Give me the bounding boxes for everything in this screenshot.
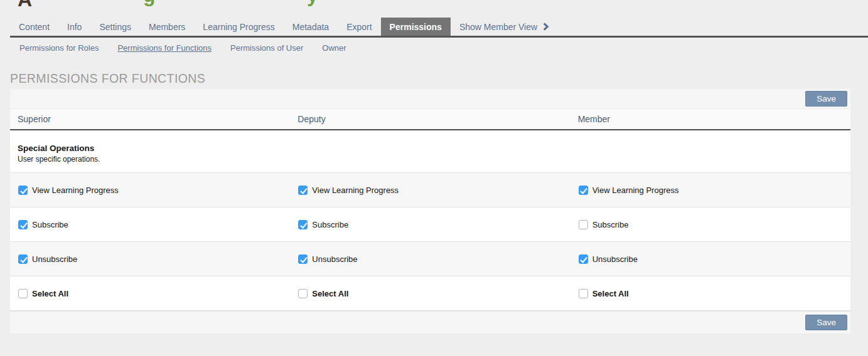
- permission-cell: View Learning Progress: [10, 186, 290, 195]
- tab-settings[interactable]: Settings: [90, 18, 140, 36]
- permission-label[interactable]: Unsubscribe: [312, 254, 357, 264]
- permission-cell: View Learning Progress: [290, 186, 570, 195]
- tab-members[interactable]: Members: [140, 18, 194, 36]
- column-header-member: Member: [571, 114, 850, 124]
- section-description: User specific operations.: [18, 155, 843, 164]
- permission-label[interactable]: Subscribe: [592, 220, 629, 229]
- table-header-row: Superior Deputy Member: [10, 109, 850, 130]
- checkbox-unsubscribe-deputy[interactable]: [298, 254, 308, 264]
- checkbox-view-learning-progress-superior[interactable]: [18, 186, 28, 195]
- table-row: Subscribe Subscribe Subscribe: [10, 207, 850, 242]
- table-row: Select All Select All Select All: [10, 276, 850, 311]
- permission-cell: Unsubscribe: [10, 254, 290, 264]
- tab-learning-progress[interactable]: Learning Progress: [194, 18, 283, 36]
- subtab-permissions-of-user[interactable]: Permissions of User: [221, 43, 313, 53]
- select-all-label[interactable]: Select All: [592, 289, 629, 298]
- checkbox-select-all-superior[interactable]: [18, 289, 28, 298]
- tab-info[interactable]: Info: [58, 18, 90, 36]
- main-tab-bar: Content Info Settings Members Learning P…: [10, 18, 868, 38]
- permission-label[interactable]: Unsubscribe: [32, 254, 77, 264]
- tab-show-member-view[interactable]: Show Member View: [451, 18, 559, 36]
- tab-content[interactable]: Content: [10, 18, 58, 36]
- permission-cell: Subscribe: [290, 220, 570, 229]
- column-header-superior: Superior: [10, 114, 290, 124]
- checkbox-view-learning-progress-member[interactable]: [579, 186, 588, 195]
- permission-label[interactable]: Subscribe: [32, 220, 68, 229]
- save-button-bottom[interactable]: Save: [805, 315, 847, 330]
- tab-metadata[interactable]: Metadata: [284, 18, 338, 36]
- chevron-right-icon: [542, 23, 550, 31]
- permissions-table: Save Superior Deputy Member Special Oper…: [10, 89, 850, 333]
- subtab-permissions-for-roles[interactable]: Permissions for Roles: [10, 43, 108, 53]
- column-header-deputy: Deputy: [290, 114, 570, 124]
- checkbox-subscribe-superior[interactable]: [18, 220, 28, 229]
- checkbox-select-all-deputy[interactable]: [298, 289, 308, 298]
- heading-fragment: g: [143, 0, 156, 5]
- sub-tab-bar: Permissions for Roles Permissions for Fu…: [10, 38, 868, 58]
- checkbox-subscribe-deputy[interactable]: [298, 220, 308, 229]
- checkbox-select-all-member[interactable]: [579, 289, 588, 298]
- bottom-toolbar: Save: [10, 311, 850, 333]
- select-all-label[interactable]: Select All: [312, 289, 348, 298]
- subtab-permissions-for-functions[interactable]: Permissions for Functions: [108, 43, 221, 53]
- page-title: PERMISSIONS FOR FUNCTIONS: [10, 71, 868, 86]
- table-row: Unsubscribe Unsubscribe Unsubscribe: [10, 242, 850, 276]
- permission-cell: View Learning Progress: [571, 186, 850, 195]
- tab-export[interactable]: Export: [338, 18, 380, 36]
- permission-cell: Select All: [290, 289, 570, 298]
- section-header-row: Special Operations User specific operati…: [10, 130, 850, 173]
- select-all-label[interactable]: Select All: [32, 289, 68, 298]
- checkbox-view-learning-progress-deputy[interactable]: [298, 186, 308, 195]
- permission-cell: Subscribe: [10, 220, 290, 229]
- tab-show-member-view-label: Show Member View: [459, 22, 537, 32]
- clipped-page-heading: A g y: [0, 0, 868, 18]
- permission-label[interactable]: View Learning Progress: [32, 186, 119, 195]
- permission-cell: Select All: [10, 289, 290, 298]
- section-title: Special Operations: [18, 144, 843, 153]
- save-button-top[interactable]: Save: [805, 91, 847, 107]
- subtab-owner[interactable]: Owner: [313, 43, 355, 53]
- permission-label[interactable]: Unsubscribe: [592, 254, 638, 264]
- permission-label[interactable]: View Learning Progress: [592, 186, 679, 195]
- permission-cell: Unsubscribe: [571, 254, 850, 264]
- tab-permissions[interactable]: Permissions: [381, 18, 451, 36]
- checkbox-subscribe-member[interactable]: [579, 220, 588, 229]
- checkbox-unsubscribe-member[interactable]: [579, 254, 588, 264]
- checkbox-unsubscribe-superior[interactable]: [18, 254, 28, 264]
- permission-cell: Unsubscribe: [290, 254, 570, 264]
- permission-cell: Select All: [571, 289, 850, 298]
- table-row: View Learning Progress View Learning Pro…: [10, 173, 850, 207]
- heading-fragment: y: [307, 0, 318, 5]
- heading-fragment: A: [18, 0, 32, 9]
- top-toolbar: Save: [10, 89, 850, 109]
- permission-label[interactable]: Subscribe: [312, 220, 348, 229]
- permission-cell: Subscribe: [571, 220, 850, 229]
- permission-label[interactable]: View Learning Progress: [312, 186, 399, 195]
